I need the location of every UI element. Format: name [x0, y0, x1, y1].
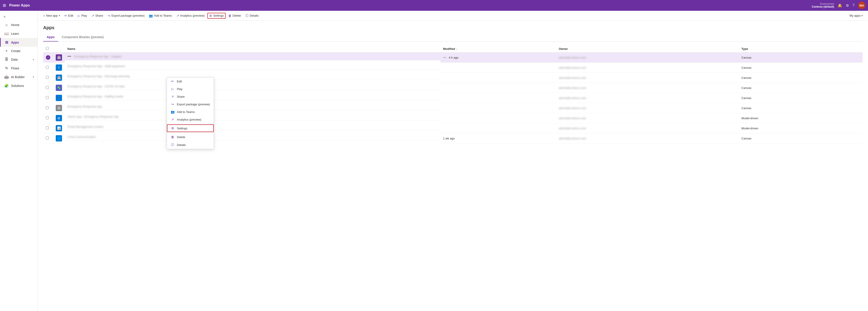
ctx-export-icon: ↪ [170, 102, 175, 106]
row-app-name[interactable]: Emergency Response App - Supplier [74, 55, 122, 58]
notification-icon[interactable]: 🔔 [838, 3, 842, 8]
row-checkbox[interactable] [46, 116, 49, 119]
row-check-circle[interactable]: ✓ [46, 55, 50, 60]
settings-label: Settings [213, 14, 224, 17]
export-button[interactable]: ↪ Export package (preview) [106, 13, 146, 19]
row-owner: admin@contoso.com [556, 113, 739, 123]
ctx-delete[interactable]: 🗑 Delete [167, 133, 214, 141]
row-app-name[interactable]: Emergency Response App [67, 105, 102, 108]
sidebar-item-data[interactable]: 🗄 Data ▾ [0, 55, 37, 64]
th-name[interactable]: Name [65, 45, 440, 53]
my-apps-label: My apps [849, 14, 861, 17]
tabs: Apps Component libraries (preview) [43, 33, 863, 41]
row-context-dots[interactable]: ••• [67, 54, 71, 58]
row-app-name[interactable]: Admin App - Emergency Response App [67, 115, 119, 118]
row-checkbox[interactable] [46, 106, 49, 109]
settings-button[interactable]: ⚙ Settings [207, 13, 226, 19]
row-app-name[interactable]: Emergency Response App - Staffing needs [67, 95, 123, 98]
edit-button[interactable]: ✏ Edit [63, 13, 75, 19]
table-row: ⊞Admin App - Emergency Response Appadmin… [43, 113, 863, 123]
add-to-teams-label: Add to Teams [154, 14, 172, 17]
play-button[interactable]: ▷ Play [76, 13, 89, 19]
tab-component-libraries[interactable]: Component libraries (preview) [58, 33, 107, 41]
data-chevron-icon: ▾ [33, 58, 34, 61]
ctx-play[interactable]: ▷ Play [167, 85, 214, 93]
row-app-name[interactable]: Portal Management content [67, 125, 103, 129]
ctx-share[interactable]: ↗ Share [167, 93, 214, 100]
ctx-add-to-teams-icon: 👥 [170, 110, 175, 114]
sidebar-item-solutions[interactable]: 🧩 Solutions [0, 81, 37, 90]
ctx-analytics[interactable]: ↗ Analytics (preview) [167, 116, 214, 123]
row-checkbox[interactable] [46, 127, 49, 129]
ctx-export[interactable]: ↪ Export package (preview) [167, 100, 214, 108]
row-checkbox[interactable] [46, 96, 49, 99]
environment-label: Environment [820, 2, 834, 5]
row-app-name[interactable]: Crisis Communication [67, 135, 96, 139]
row-type: Canvas [739, 53, 863, 63]
ai-builder-icon: 🤖 [4, 75, 9, 79]
add-to-teams-button[interactable]: 👥 Add to Teams [147, 13, 174, 19]
row-app-icon: ⚕ [56, 64, 62, 71]
sidebar-item-flows[interactable]: ↻ Flows [0, 64, 37, 72]
my-apps-button[interactable]: My apps ▾ [848, 13, 864, 19]
ctx-share-icon: ↗ [170, 95, 175, 98]
table-row: 📊Portal Management contentadmin@contoso.… [43, 123, 863, 133]
ctx-add-to-teams[interactable]: 👥 Add to Teams [167, 108, 214, 116]
delete-button[interactable]: 🗑 Delete [226, 13, 243, 19]
sidebar-collapse-button[interactable]: ≡ [0, 12, 37, 21]
th-type[interactable]: Type [739, 45, 863, 53]
th-owner[interactable]: Owner [556, 45, 739, 53]
row-checkbox[interactable] [46, 66, 49, 69]
sidebar-item-apps[interactable]: ⊞ Apps [0, 38, 37, 47]
sidebar-item-create[interactable]: + Create [0, 47, 37, 55]
row-app-name[interactable]: Emergency Response App - Staff equipment [67, 64, 125, 68]
ctx-add-to-teams-label: Add to Teams [177, 110, 194, 114]
row-modified [440, 113, 556, 123]
row-modified [440, 123, 556, 133]
ctx-edit-label: Edit [177, 80, 182, 83]
sidebar: ≡ ⌂ Home 📖 Learn ⊞ Apps + Create 🗄 Data … [0, 11, 38, 311]
row-modified [440, 93, 556, 103]
analytics-icon: ↗ [176, 14, 179, 18]
table-row: ✓🏥•••Emergency Response App - Supplier••… [43, 53, 863, 63]
row-checkbox[interactable] [46, 76, 49, 79]
waffle-icon[interactable]: ⊞ [3, 3, 6, 8]
new-app-button[interactable]: + New app ▾ [41, 13, 62, 19]
analytics-button[interactable]: ↗ Analytics (preview) [175, 13, 207, 19]
row-app-name[interactable]: Emergency Response App - COVID-19 data [67, 85, 124, 88]
row-type: Canvas [739, 83, 863, 93]
create-icon: + [4, 49, 9, 53]
flows-icon: ↻ [4, 66, 9, 70]
environment-selector[interactable]: Environment Contoso (default) [812, 2, 834, 8]
table-row: 🏥Emergency Response App - Discharge plan… [43, 73, 863, 83]
table-row: 👤Emergency Response App - Staffing needs… [43, 93, 863, 103]
row-app-name[interactable]: Emergency Response App - Discharge plann… [67, 74, 130, 78]
sort-icon: ↓ [456, 48, 458, 50]
sidebar-item-learn[interactable]: 📖 Learn [0, 29, 37, 38]
settings-icon[interactable]: ⚙ [846, 3, 849, 8]
export-label: Export package (preview) [112, 14, 145, 17]
details-button[interactable]: ⓘ Details [244, 12, 260, 19]
ctx-settings[interactable]: ⚙ Settings [167, 125, 214, 132]
share-icon: ↗ [91, 14, 94, 18]
th-modified[interactable]: Modified ↓ [440, 45, 556, 53]
help-icon[interactable]: ? [852, 3, 855, 7]
delete-label: Delete [232, 14, 241, 17]
share-button[interactable]: ↗ Share [90, 13, 105, 19]
sidebar-item-home[interactable]: ⌂ Home [0, 21, 37, 29]
tab-apps[interactable]: Apps [43, 33, 58, 41]
home-icon: ⌂ [4, 23, 9, 27]
new-app-icon: + [43, 14, 45, 18]
ctx-analytics-icon: ↗ [170, 118, 175, 121]
ctx-details[interactable]: ⓘ Details [167, 141, 214, 149]
ctx-edit[interactable]: ✏ Edit [167, 77, 214, 85]
row-modified [440, 103, 556, 113]
sidebar-item-ai-builder[interactable]: 🤖 AI Builder ▾ [0, 72, 37, 81]
row-checkbox[interactable] [46, 137, 49, 139]
ctx-share-label: Share [177, 95, 185, 98]
avatar[interactable]: MA [858, 2, 865, 9]
edit-label: Edit [68, 14, 73, 17]
select-all-checkbox[interactable] [46, 47, 49, 50]
row-app-icon: 📊 [56, 125, 62, 131]
row-checkbox[interactable] [46, 86, 49, 89]
